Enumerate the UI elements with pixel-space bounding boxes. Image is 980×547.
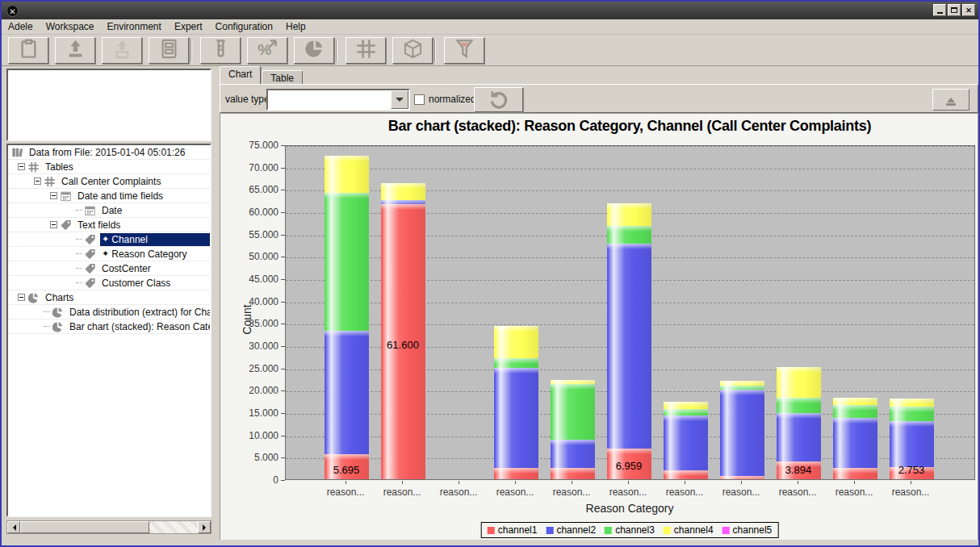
y-tick-mark (281, 302, 285, 303)
tab-table[interactable]: Table (262, 70, 303, 84)
scroll-right-button[interactable] (198, 521, 211, 533)
legend-item-channel4: channel4 (664, 524, 714, 536)
x-category-label: reason... (882, 486, 939, 498)
tree-item-date-and-time-fields[interactable]: Date and time fields (8, 189, 210, 203)
tree-item-bar-chart-stacked-reason-category-c[interactable]: Bar chart (stacked): Reason Category, C (8, 319, 210, 334)
tree-item-label: Customer Class (102, 278, 170, 289)
tab-chart[interactable]: Chart (220, 66, 261, 84)
menu-help[interactable]: Help (279, 19, 312, 34)
x-tick-mark (459, 481, 459, 484)
bar-segment-channel3 (833, 405, 877, 418)
app-icon: ✕ (6, 5, 19, 17)
bar-segment-channel4 (833, 398, 877, 405)
menu-environment[interactable]: Environment (101, 19, 168, 34)
paste-button[interactable] (8, 37, 48, 64)
legend-label: channel1 (498, 524, 538, 536)
collapse-toggle-icon[interactable] (18, 163, 25, 170)
tag-icon (84, 277, 97, 289)
collapse-toggle-icon[interactable] (50, 192, 57, 199)
toolbar: % (2, 35, 978, 66)
legend-item-channel1: channel1 (488, 524, 538, 536)
close-button[interactable]: ✕ (962, 4, 975, 16)
data-store-button[interactable] (149, 37, 189, 64)
pie-chart-icon (52, 306, 65, 318)
sample-button[interactable] (200, 37, 241, 64)
bar-segment-channel4 (607, 203, 651, 226)
x-tick-mark (402, 481, 403, 484)
tree-item-call-center-complaints[interactable]: Call Center Complaints (8, 174, 210, 189)
minimize-icon (937, 12, 943, 14)
chart-controls: value type normalized (220, 84, 978, 113)
tree-item-customer-class[interactable]: Customer Class (8, 276, 210, 290)
value-type-select[interactable] (266, 89, 410, 111)
tree-item-data-from-file-2015-01-04-05-01-26[interactable]: Data from File: 2015-01-04 05:01:26 (8, 145, 210, 160)
menu-configuration[interactable]: Configuration (209, 19, 279, 34)
drawer-cabinet-icon (158, 38, 180, 63)
tree-item-costcenter[interactable]: CostCenter (8, 261, 210, 276)
cube-button[interactable] (392, 37, 433, 64)
arrow-left-icon (10, 524, 16, 531)
import-file-button[interactable] (102, 37, 142, 64)
collapse-toggle-icon[interactable] (18, 294, 25, 301)
bar-segment-channel2 (381, 200, 425, 205)
collapse-toggle-icon[interactable] (50, 221, 57, 228)
scrollbar-track[interactable] (149, 521, 198, 533)
main-panel: ChartTable value type normalized Bar cha (218, 66, 980, 541)
tree-item-charts[interactable]: Charts (8, 290, 210, 305)
tree-item-date[interactable]: Date (8, 203, 210, 218)
tree-item-label: Reason Category (111, 248, 186, 260)
legend-swatch (605, 527, 612, 534)
preview-panel (6, 69, 211, 141)
import-button[interactable] (55, 37, 95, 64)
y-tick-mark (281, 457, 285, 458)
filter-button[interactable] (444, 37, 484, 64)
legend-swatch (664, 527, 671, 534)
tree-item-tables[interactable]: Tables (8, 160, 210, 174)
x-category-label: reason... (543, 486, 600, 498)
menu-expert[interactable]: Expert (168, 19, 209, 34)
tree-item-label: Call Center Complaints (61, 176, 161, 187)
normalized-checkbox[interactable] (414, 94, 425, 105)
calendar-icon (60, 190, 73, 202)
window-controls: ✕ (933, 4, 975, 16)
menu-adele[interactable]: Adele (2, 19, 40, 34)
minimize-button[interactable] (933, 4, 946, 16)
tree-item-data-distribution-extract-for-channel[interactable]: Data distribution (extract) for Channel (8, 305, 210, 319)
x-tick-mark (741, 481, 742, 484)
x-tick-mark (911, 481, 911, 484)
grid-button[interactable] (346, 37, 386, 64)
collapse-toggle-icon[interactable] (34, 177, 41, 185)
value-type-selected-value (268, 90, 391, 109)
tree-connector (76, 253, 82, 254)
bar-segment-channel2 (664, 415, 708, 470)
bar-segment-channel4 (664, 402, 708, 409)
tree-item-reason-category[interactable]: ✦Reason Category (8, 247, 210, 261)
bar-segment-channel2 (551, 440, 595, 468)
tree-horizontal-scrollbar[interactable] (6, 520, 211, 534)
titlebar[interactable]: ✕ ✕ (2, 2, 978, 19)
refresh-button[interactable] (474, 87, 523, 112)
upload-arrow-icon (65, 38, 86, 63)
chevron-down-icon[interactable] (391, 90, 408, 109)
bar-segment-channel1 (494, 468, 538, 479)
pie-chart-button[interactable] (294, 37, 334, 64)
grid-icon (355, 38, 377, 63)
bar-value-label: 61.600 (387, 339, 419, 351)
scrollbar-thumb[interactable] (20, 521, 149, 533)
x-category-label: reason... (430, 486, 487, 498)
maximize-icon (951, 7, 957, 13)
percentage-button[interactable]: % (247, 37, 287, 64)
scroll-left-button[interactable] (7, 521, 20, 533)
bar-segment-channel3 (551, 384, 595, 440)
menu-workspace[interactable]: Workspace (40, 19, 101, 34)
tree-item-text-fields[interactable]: Text fields (8, 218, 210, 232)
detach-button[interactable] (932, 89, 970, 111)
legend-swatch (488, 527, 495, 534)
bar-segment-channel4 (381, 183, 425, 199)
tree-item-channel[interactable]: ✦Channel (8, 232, 210, 247)
menu-bar: AdeleWorkspaceEnvironmentExpertConfigura… (2, 19, 978, 35)
y-tick-label: 15.000 (222, 407, 279, 419)
legend-label: channel5 (733, 524, 773, 536)
x-category-label: reason... (317, 486, 374, 498)
maximize-button[interactable] (948, 4, 961, 16)
